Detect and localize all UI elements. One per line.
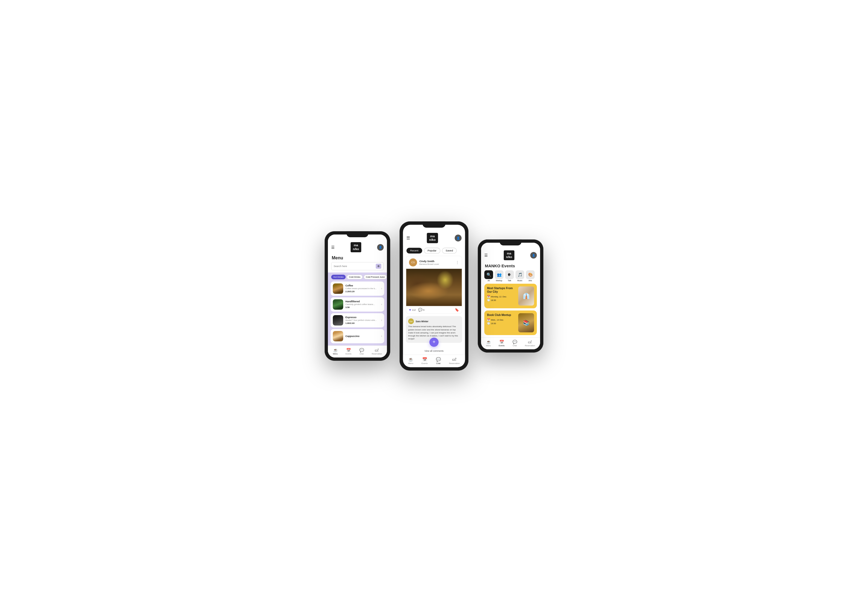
nav-events-center[interactable]: 📅 Events bbox=[421, 357, 427, 364]
book-title: Book Club Meetup bbox=[487, 313, 516, 317]
nav-menu-right[interactable]: ☕ Menu bbox=[486, 340, 491, 346]
talk-icon: 🗣 bbox=[505, 270, 514, 279]
arts-icon: 🎨 bbox=[526, 270, 534, 279]
thumb-handfiltered bbox=[333, 299, 343, 310]
bottom-nav-left: ☕ Menu 📅 Events 💬 Chat 🛋 Reservation bbox=[328, 346, 387, 358]
startup-info: Meet Startups From Our City 📅 Monday, 12… bbox=[487, 286, 516, 306]
cat-arts[interactable]: 🎨 Arts bbox=[526, 270, 534, 281]
post-options[interactable]: ⋮ bbox=[456, 261, 459, 265]
tab-cold-pressed[interactable]: Cold Pressed Juice bbox=[364, 275, 387, 279]
events-screen: ☰ ma n/ko 👤 MANKO Events 🔍 All bbox=[481, 243, 540, 349]
nav-menu-center[interactable]: ☕ Menu bbox=[408, 357, 413, 364]
startup-photo-art: 👔 bbox=[518, 286, 534, 306]
hamburger-icon-center[interactable]: ☰ bbox=[406, 236, 410, 240]
hamburger-icon-right[interactable]: ☰ bbox=[484, 253, 488, 258]
clock-icon-1: 🕐 bbox=[487, 299, 490, 302]
thumb-espresso bbox=[333, 315, 343, 325]
startup-title: Meet Startups From Our City bbox=[487, 286, 516, 293]
nav-chat-left[interactable]: 💬 Chat bbox=[359, 348, 364, 355]
coffee-name: Coffee bbox=[345, 284, 379, 287]
screen-left: ☰ ma n/ko 👤 Menu ⚙ Hot Drinks C bbox=[328, 234, 387, 357]
event-card-book[interactable]: Book Club Meetup 📅 Wed., 14 Dez. 🕐 19:30 bbox=[484, 311, 537, 335]
cappuccino-name: Cappuccino bbox=[345, 335, 379, 337]
book-date-text: Wed., 14 Dez. bbox=[491, 319, 504, 321]
comment-bubble: SW Sara Winter This banana bread looks a… bbox=[406, 316, 462, 343]
menu-icon-left: ☕ bbox=[333, 348, 338, 352]
nav-chat-label-center: Chat bbox=[436, 362, 441, 364]
nav-chat-center[interactable]: 💬 Chat bbox=[436, 357, 441, 364]
nav-reservation-right[interactable]: 🛋 Reservation bbox=[525, 340, 535, 346]
post-header: CS Cindy Smith Banana Bread Lover ⋮ bbox=[406, 256, 462, 269]
nav-reservation-label-right: Reservation bbox=[525, 345, 535, 346]
nav-reservation-center[interactable]: 🛋 Reservation bbox=[449, 357, 460, 364]
cat-all[interactable]: 🔍 All bbox=[484, 270, 493, 281]
social-screen: ☰ ma n/ko 👤 Recent Popular Saved CS bbox=[403, 225, 465, 367]
pill-popular[interactable]: Popular bbox=[424, 248, 440, 254]
handfiltered-price: 3.50 bbox=[345, 306, 379, 309]
nav-chat-right[interactable]: 💬 Chat bbox=[512, 340, 517, 346]
header-left: ☰ ma n/ko 👤 bbox=[328, 234, 387, 254]
menu-icon-center: ☕ bbox=[408, 357, 413, 362]
avatar-center[interactable]: 👤 bbox=[455, 235, 462, 242]
phone-social: ☰ ma n/ko 👤 Recent Popular Saved CS bbox=[400, 221, 468, 371]
logo-right: ma n/ko bbox=[504, 250, 514, 260]
avatar-right[interactable]: 👤 bbox=[530, 252, 537, 259]
event-cards: Meet Startups From Our City 📅 Monday, 12… bbox=[481, 284, 540, 337]
music-icon: 🎵 bbox=[515, 270, 524, 279]
commenter-name: Sara Winter bbox=[416, 320, 428, 323]
nav-menu-left[interactable]: ☕ Menu bbox=[333, 348, 338, 355]
cat-music[interactable]: 🎵 Music bbox=[515, 270, 524, 281]
event-card-startup[interactable]: Meet Startups From Our City 📅 Monday, 12… bbox=[484, 284, 537, 308]
coffee-desc: Coffee beans processed in the b... bbox=[345, 287, 379, 290]
pill-saved[interactable]: Saved bbox=[442, 248, 457, 254]
post-card: CS Cindy Smith Banana Bread Lover ⋮ ♥ bbox=[406, 256, 462, 314]
menu-item-espresso[interactable]: Espresso Awake? Your perfect choice whe.… bbox=[331, 313, 384, 327]
nav-menu-label-center: Menu bbox=[408, 362, 413, 364]
nav-menu-label-right: Menu bbox=[486, 345, 491, 346]
startup-time: 🕐 18:30 bbox=[487, 299, 516, 302]
handfiltered-desc: Carefully grinded coffee beans... bbox=[345, 303, 379, 306]
coffee-price: 2.20/3.20 bbox=[345, 290, 379, 293]
chat-icon-left: 💬 bbox=[359, 348, 364, 352]
cat-arts-label: Arts bbox=[528, 280, 532, 281]
filter-button[interactable]: ⚙ bbox=[376, 264, 381, 269]
phone-events: ☰ ma n/ko 👤 MANKO Events 🔍 All bbox=[478, 239, 543, 353]
espresso-desc: Awake? Your perfect choice whe... bbox=[345, 319, 379, 321]
avatar-left[interactable]: 👤 bbox=[377, 244, 384, 250]
handfiltered-name: Handfiltered bbox=[345, 300, 379, 303]
cappuccino-info: Cappuccino bbox=[345, 335, 379, 337]
cat-talk[interactable]: 🗣 Talk bbox=[505, 270, 514, 281]
menu-item-coffee[interactable]: Coffee Coffee beans processed in the b..… bbox=[331, 281, 384, 296]
pill-recent[interactable]: Recent bbox=[406, 248, 422, 254]
nav-events-left[interactable]: 📅 Events bbox=[345, 348, 351, 355]
menu-list: Coffee Coffee beans processed in the b..… bbox=[328, 281, 387, 346]
nav-reservation-label-center: Reservation bbox=[449, 362, 460, 364]
header-center: ☰ ma n/ko 👤 bbox=[403, 225, 465, 246]
bookmark-icon[interactable]: 🔖 bbox=[455, 308, 459, 312]
nav-events-right[interactable]: 📅 Events bbox=[499, 340, 505, 346]
tab-hot-drinks[interactable]: Hot Drinks bbox=[331, 275, 345, 279]
tab-cold-drinks[interactable]: Cold Drinks bbox=[347, 275, 362, 279]
menu-item-cappuccino[interactable]: Cappuccino › bbox=[331, 329, 384, 343]
reservation-icon-left: 🛋 bbox=[375, 348, 379, 352]
post-user-sub: Banana Bread Lover bbox=[419, 263, 439, 265]
menu-item-handfiltered[interactable]: Handfiltered Carefully grinded coffee be… bbox=[331, 297, 384, 312]
post-image bbox=[406, 269, 462, 306]
post-actions: ♥ 112 💬 6 🔖 bbox=[406, 306, 462, 314]
book-info: Book Club Meetup 📅 Wed., 14 Dez. 🕐 19:30 bbox=[487, 313, 516, 332]
nav-reservation-left[interactable]: 🛋 Reservation bbox=[372, 348, 382, 355]
plus-fab[interactable]: + bbox=[430, 337, 438, 347]
book-date: 📅 Wed., 14 Dez. bbox=[487, 318, 516, 321]
likes-count: 112 bbox=[412, 309, 416, 311]
comments-count: 6 bbox=[423, 309, 425, 311]
cat-meetup[interactable]: 👥 Meetup bbox=[495, 270, 503, 281]
filter-pills: Recent Popular Saved bbox=[403, 246, 465, 256]
chevron-cappuccino: › bbox=[381, 334, 382, 337]
comments-group[interactable]: 💬 6 bbox=[418, 308, 425, 312]
header-right: ☰ ma n/ko 👤 bbox=[481, 243, 540, 262]
likes-group[interactable]: ♥ 112 bbox=[409, 308, 416, 312]
startup-time-text: 18:30 bbox=[491, 299, 496, 302]
hamburger-icon-left[interactable]: ☰ bbox=[331, 245, 335, 250]
search-input[interactable] bbox=[334, 265, 375, 268]
chat-icon-right: 💬 bbox=[512, 340, 517, 344]
